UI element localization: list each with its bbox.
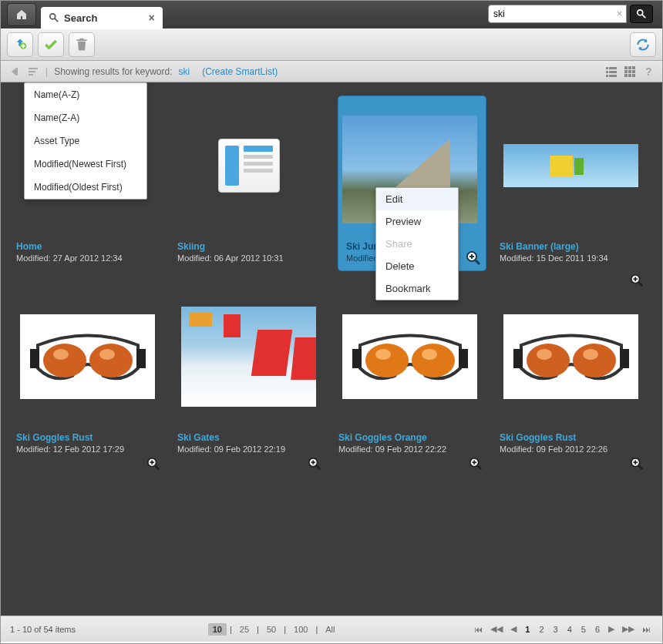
svg-line-26 xyxy=(476,260,480,264)
goggles-thumbnail xyxy=(20,314,155,399)
toolbar xyxy=(1,29,662,61)
asset-title[interactable]: Home xyxy=(16,241,163,252)
search-icon xyxy=(636,8,647,19)
svg-point-52 xyxy=(422,349,437,360)
asset-card[interactable]: Ski Goggles Rust Modified: 09 Feb 2012 2… xyxy=(500,287,647,454)
sort-option-modified-oldest[interactable]: Modified(Oldest First) xyxy=(25,176,146,199)
pager-fwd-icon[interactable]: ▶▶ xyxy=(620,624,637,634)
svg-rect-15 xyxy=(624,66,628,69)
asset-card[interactable]: Ski Goggles Orange Modified: 09 Feb 2012… xyxy=(338,287,486,454)
help-icon[interactable]: ? xyxy=(642,65,655,78)
zoom-icon[interactable] xyxy=(630,457,644,471)
svg-point-2 xyxy=(638,10,643,15)
svg-line-46 xyxy=(317,466,321,470)
search-input[interactable] xyxy=(488,5,627,23)
pager-last-icon[interactable]: ⏭ xyxy=(640,625,653,634)
asset-title[interactable]: Ski Banner (large) xyxy=(500,241,647,252)
page-size-25[interactable]: 25 xyxy=(235,623,254,636)
search-button[interactable] xyxy=(630,5,653,23)
title-bar: Search × × xyxy=(1,1,662,29)
zoom-icon[interactable] xyxy=(146,457,160,471)
page-size-10[interactable]: 10 xyxy=(208,623,227,636)
asset-card[interactable]: Ski Banner (large) Modified: 15 Dec 2011… xyxy=(500,96,647,270)
pager-page-3[interactable]: 3 xyxy=(550,625,561,634)
asset-modified: Modified: 06 Apr 2012 10:31 xyxy=(177,253,325,263)
refresh-button[interactable] xyxy=(630,32,656,57)
upload-button[interactable] xyxy=(7,32,33,57)
asset-card[interactable]: Ski Gates Modified: 09 Feb 2012 22:19 xyxy=(177,287,325,454)
sort-icon[interactable] xyxy=(27,65,39,78)
back-icon[interactable] xyxy=(8,65,21,78)
asset-title[interactable]: Skiing xyxy=(177,241,325,252)
ctx-delete[interactable]: Delete xyxy=(376,255,458,277)
approve-button[interactable] xyxy=(38,32,64,57)
svg-rect-6 xyxy=(29,68,38,69)
svg-line-32 xyxy=(639,283,643,287)
list-view-icon[interactable] xyxy=(605,65,618,78)
zoom-icon[interactable] xyxy=(469,457,483,471)
svg-point-37 xyxy=(53,349,69,360)
tab-search[interactable]: Search × xyxy=(41,7,163,29)
pager-first-icon[interactable]: ⏮ xyxy=(472,625,485,634)
svg-rect-8 xyxy=(29,74,33,75)
delete-button[interactable] xyxy=(69,32,95,57)
svg-rect-19 xyxy=(628,70,631,73)
tab-close-button[interactable]: × xyxy=(148,12,154,24)
home-button[interactable] xyxy=(7,3,36,26)
ctx-preview[interactable]: Preview xyxy=(376,210,458,233)
svg-rect-22 xyxy=(628,74,631,77)
svg-rect-21 xyxy=(624,74,628,77)
page-size-selector: 10 | 25 | 50 | 100 | All xyxy=(208,623,340,636)
svg-rect-53 xyxy=(352,349,362,368)
pager-next-icon[interactable]: ▶ xyxy=(606,624,617,634)
sort-option-asset-type[interactable]: Asset Type xyxy=(25,129,146,153)
refresh-icon xyxy=(635,37,651,52)
pager-page-4[interactable]: 4 xyxy=(564,625,575,634)
page-size-all[interactable]: All xyxy=(321,623,339,636)
pager-back-icon[interactable]: ◀ xyxy=(508,624,519,634)
asset-modified: Modified: 09 Feb 2012 22:19 xyxy=(177,444,325,454)
zoom-icon[interactable] xyxy=(308,457,321,471)
ctx-bookmark[interactable]: Bookmark xyxy=(376,277,458,300)
page-size-50[interactable]: 50 xyxy=(262,623,281,636)
svg-line-3 xyxy=(642,15,645,18)
asset-title[interactable]: Ski Goggles Rust xyxy=(16,432,163,443)
pager-page-6[interactable]: 6 xyxy=(592,625,603,634)
sort-option-name-az[interactable]: Name(A-Z) xyxy=(25,83,146,106)
zoom-icon[interactable] xyxy=(630,273,644,287)
global-search: × xyxy=(488,5,653,23)
zoom-icon[interactable] xyxy=(466,250,481,266)
sort-option-name-za[interactable]: Name(Z-A) xyxy=(25,106,146,129)
svg-point-38 xyxy=(99,349,115,360)
asset-card[interactable]: Skiing Modified: 06 Apr 2012 10:31 xyxy=(177,96,325,270)
asset-title[interactable]: Ski Gates xyxy=(177,432,325,443)
ctx-edit[interactable]: Edit xyxy=(376,188,458,210)
svg-rect-5 xyxy=(16,68,18,75)
svg-point-49 xyxy=(365,344,409,377)
pager-page-2[interactable]: 2 xyxy=(536,625,547,634)
ski-gates-thumbnail xyxy=(181,307,316,407)
filter-bar: | Showing results for keyword: ski (Crea… xyxy=(1,61,662,82)
svg-rect-10 xyxy=(609,67,617,69)
svg-rect-23 xyxy=(632,74,635,77)
asset-title[interactable]: Ski Goggles Rust xyxy=(500,432,647,443)
search-clear-button[interactable]: × xyxy=(617,8,622,19)
asset-modified: Modified: 09 Feb 2012 22:22 xyxy=(338,444,486,454)
create-smartlist-link[interactable]: (Create SmartList) xyxy=(202,66,278,77)
svg-line-1 xyxy=(55,18,58,22)
page-size-100[interactable]: 100 xyxy=(289,623,312,636)
grid-view-icon[interactable] xyxy=(624,65,636,78)
svg-rect-54 xyxy=(459,349,468,368)
svg-line-42 xyxy=(156,466,160,470)
pager-page-5[interactable]: 5 xyxy=(578,625,589,634)
pager-page-1[interactable]: 1 xyxy=(522,625,533,634)
asset-title[interactable]: Ski Goggles Orange xyxy=(338,432,486,443)
pagination: ⏮ ◀◀ ◀ 1 2 3 4 5 6 ▶ ▶▶ ⏭ xyxy=(472,624,653,634)
pager-prev-icon[interactable]: ◀◀ xyxy=(488,624,505,634)
svg-point-59 xyxy=(527,344,570,377)
svg-rect-63 xyxy=(513,349,523,368)
svg-rect-18 xyxy=(624,70,628,73)
sort-option-modified-newest[interactable]: Modified(Newest First) xyxy=(25,153,146,176)
asset-card[interactable]: Ski Goggles Rust Modified: 12 Feb 2012 1… xyxy=(16,287,163,454)
trash-icon xyxy=(74,37,89,52)
